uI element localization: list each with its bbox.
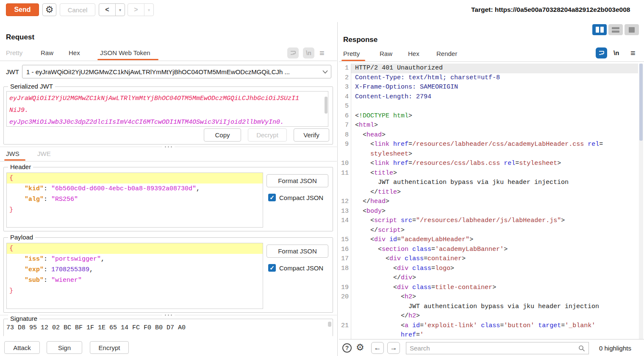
code-line: </script> <box>339 226 638 236</box>
payload-format-json-button[interactable]: Format JSON <box>266 245 328 258</box>
code-line: } <box>7 286 263 296</box>
code-line: 13 <body> <box>339 207 638 217</box>
drag-handle-dots-icon <box>162 146 175 147</box>
layout-rows-button[interactable] <box>608 24 623 35</box>
response-scrollbar-track[interactable] <box>639 64 643 339</box>
line-number: 13 <box>339 207 351 217</box>
tab-response-render[interactable]: Render <box>436 50 457 57</box>
line-number: 17 <box>339 254 351 264</box>
response-panel: Response Pretty Raw Hex Render \n ≡ 1HTT… <box>339 20 644 356</box>
checkbox-checked-icon[interactable]: ✓ <box>268 264 276 272</box>
compact-json-label: Compact JSON <box>279 194 323 201</box>
search-input[interactable] <box>406 345 578 352</box>
header-json-editor[interactable]: { "kid": "6b560c0d-d600-4ebc-b0a8-89392a… <box>6 172 263 228</box>
code-line: </div> <box>339 273 638 283</box>
code-line: 11 <title> <box>339 169 638 178</box>
code-line: 9 <link href=/resources/labheader/css/ac… <box>339 140 638 150</box>
code-line: 18 <div class=logo> <box>339 264 638 274</box>
compact-json-label: Compact JSON <box>279 264 323 272</box>
payload-compact-json[interactable]: ✓ Compact JSON <box>268 264 323 272</box>
next-request-button[interactable]: > ▾ <box>128 3 154 16</box>
previous-request-button[interactable]: < ▾ <box>99 3 125 16</box>
sign-button[interactable]: Sign <box>47 341 82 354</box>
jwt-dropdown[interactable]: 1 - eyJraWQiOiI2YjU2MGMwZC1kNjAwLTRlYmMt… <box>22 65 331 78</box>
word-wrap-icon <box>290 50 297 56</box>
tab-request-jwt[interactable]: JSON Web Token <box>100 49 150 56</box>
signature-scrollbar[interactable] <box>328 322 331 327</box>
line-number <box>339 312 351 321</box>
burp-repeater-window: Send ⚙ Cancel < ▾ > ▾ Target: https://0a… <box>0 0 644 356</box>
response-menu-button[interactable]: ≡ <box>630 48 636 58</box>
header-format-json-button[interactable]: Format JSON <box>266 174 328 187</box>
hamburger-icon: ≡ <box>319 48 325 58</box>
tab-jws[interactable]: JWS <box>6 150 19 157</box>
header-compact-json[interactable]: ✓ Compact JSON <box>268 194 323 201</box>
code-line: "sub": "wiener" <box>7 275 263 286</box>
response-scrollbar-thumb[interactable] <box>639 64 643 141</box>
decrypt-button[interactable]: Decrypt <box>248 128 287 142</box>
caret-down-icon[interactable]: ▾ <box>115 4 125 16</box>
section-splitter-bottom[interactable] <box>0 314 337 317</box>
next-match-button[interactable]: → <box>387 342 400 354</box>
tab-response-raw[interactable]: Raw <box>380 50 392 57</box>
tab-jwe[interactable]: JWE <box>37 150 51 157</box>
code-line: stylesheet> <box>339 150 638 159</box>
encrypt-button[interactable]: Encrypt <box>90 341 129 354</box>
single-layout-icon <box>629 27 635 33</box>
tab-request-hex[interactable]: Hex <box>69 49 80 56</box>
tab-response-pretty[interactable]: Pretty <box>343 50 360 57</box>
line-number: 5 <box>339 102 351 111</box>
payload-json-editor[interactable]: { "iss": "portswigger", "exp": 170825538… <box>6 243 263 309</box>
layout-columns-button[interactable] <box>592 24 607 35</box>
code-line: 8 <head> <box>339 131 638 140</box>
section-splitter-top[interactable] <box>0 145 337 148</box>
show-newlines-toggle[interactable]: \n <box>303 47 314 58</box>
tab-response-hex[interactable]: Hex <box>408 50 419 57</box>
jwt-header-part: eyJraWQiOiI2YjU2MGMwZC1kNjAwLTRlYmMtYjBh… <box>9 95 299 114</box>
tab-request-raw[interactable]: Raw <box>41 49 53 56</box>
show-newlines-toggle[interactable]: \n <box>613 49 619 57</box>
jwt-scrollbar[interactable] <box>325 97 328 114</box>
code-line: "iss": "portswigger", <box>7 254 263 264</box>
send-settings-button[interactable]: ⚙ <box>42 3 56 16</box>
layout-single-button[interactable] <box>625 24 639 35</box>
code-line: { <box>7 173 263 184</box>
signature-editor[interactable]: 73 D8 95 12 02 BC BF 1F 1E 65 14 FC F0 B… <box>4 323 333 337</box>
line-number: 6 <box>339 111 351 121</box>
tab-request-pretty[interactable]: Pretty <box>6 49 22 56</box>
serialized-jwt-textarea[interactable]: eyJraWQiOiI2YjU2MGMwZC1kNjAwLTRlYmMtYjBh… <box>6 91 328 127</box>
line-number: 14 <box>339 216 351 226</box>
code-line: href=' <box>339 331 638 339</box>
code-line: 7<html> <box>339 121 638 131</box>
attack-button[interactable]: Attack <box>4 341 40 354</box>
code-line: JWT authentication bypass via jku header… <box>339 302 638 312</box>
line-number: 1 <box>339 64 351 73</box>
copy-button[interactable]: Copy <box>204 128 241 142</box>
chevron-down-icon <box>319 70 331 74</box>
verify-button[interactable]: Verify <box>294 128 329 142</box>
line-number: 18 <box>339 264 351 274</box>
code-line: "kid": "6b560c0d-d600-4ebc-b0a8-89392a08… <box>7 184 263 194</box>
chevron-left-icon: < <box>99 4 115 16</box>
line-number: 19 <box>339 283 351 293</box>
request-panel: Request Pretty Raw Hex JSON Web Token \n… <box>0 20 337 356</box>
code-line: </h2> <box>339 312 638 321</box>
cancel-button[interactable]: Cancel <box>60 3 95 16</box>
code-line: 10 <link href=/resources/css/labs.css re… <box>339 159 638 169</box>
code-line: 12 </head> <box>339 197 638 207</box>
word-wrap-toggle[interactable] <box>596 47 607 58</box>
serialized-jwt-legend: Serialized JWT <box>8 83 55 90</box>
newline-icon: \n <box>306 50 311 56</box>
send-button[interactable]: Send <box>6 3 39 16</box>
help-icon[interactable]: ? <box>342 343 352 353</box>
request-menu-button[interactable]: ≡ <box>319 48 325 58</box>
previous-match-button[interactable]: ← <box>371 342 384 354</box>
word-wrap-toggle[interactable] <box>287 47 299 58</box>
line-number: 20 <box>339 292 351 302</box>
panel-splitter[interactable] <box>337 22 338 356</box>
code-line: 15 <div id="academyLabHeader"> <box>339 235 638 245</box>
serialized-jwt-group: Serialized JWT eyJraWQiOiI2YjU2MGMwZC1kN… <box>3 86 333 145</box>
search-settings-button[interactable]: ⚙ <box>356 343 364 352</box>
checkbox-checked-icon[interactable]: ✓ <box>268 194 276 201</box>
code-line: 6<!DOCTYPE html> <box>339 111 638 121</box>
